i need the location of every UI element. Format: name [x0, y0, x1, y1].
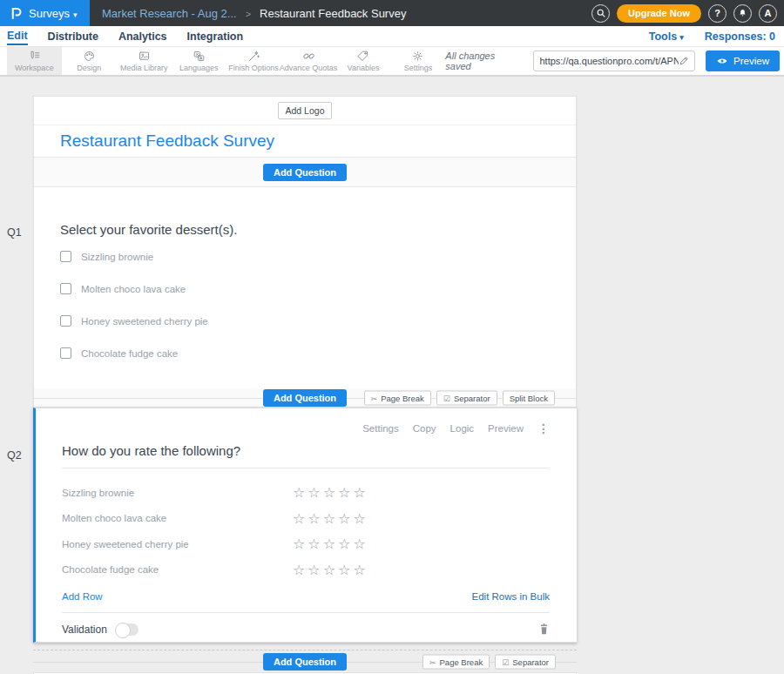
row-actions: Add Row Edit Rows in Bulk — [62, 591, 550, 602]
validation-toggle[interactable] — [116, 623, 139, 636]
checkbox-input[interactable] — [60, 315, 71, 327]
star-icon[interactable] — [353, 562, 365, 578]
upgrade-button[interactable]: Upgrade Now — [617, 4, 701, 23]
star-icon[interactable] — [323, 536, 335, 552]
star-icon[interactable] — [338, 562, 350, 578]
question-preview-link[interactable]: Preview — [488, 423, 524, 434]
star-icon[interactable] — [308, 510, 320, 527]
rating-row: Sizzling brownie — [62, 480, 550, 506]
add-question-button[interactable]: Add Question — [263, 389, 347, 407]
toolbar-item-languages[interactable]: Languages — [172, 47, 226, 75]
toolbar-item-finish-options[interactable]: Finish Options — [226, 47, 281, 75]
checkbox-input[interactable] — [60, 251, 71, 262]
breadcrumb-current: Restaurant Feedback Survey — [260, 7, 406, 20]
page-break-button[interactable]: Page Break — [422, 654, 490, 669]
star-icon[interactable] — [293, 510, 305, 527]
question-logic-link[interactable]: Logic — [450, 423, 475, 434]
rating-row: Molten choco lava cake — [62, 506, 550, 532]
checkbox-input[interactable] — [60, 347, 71, 359]
star-icon[interactable] — [338, 484, 350, 501]
tag-icon — [355, 50, 370, 63]
trash-icon — [538, 623, 550, 636]
star-icon[interactable] — [308, 562, 320, 578]
question-settings-link[interactable]: Settings — [362, 423, 399, 434]
separator-icon — [502, 657, 509, 666]
question-block-q2-selected[interactable]: Settings Copy Logic Preview How do you r… — [33, 408, 577, 643]
add-question-button[interactable]: Add Question — [263, 164, 347, 181]
chain-links-icon — [301, 50, 316, 63]
checkbox-option: Sizzling brownie — [60, 244, 550, 269]
search-button[interactable] — [591, 4, 610, 23]
star-icon[interactable] — [308, 536, 320, 552]
tab-distribute[interactable]: Distribute — [48, 28, 98, 44]
star-rating — [293, 562, 368, 578]
survey-title[interactable]: Restaurant Feedback Survey — [60, 131, 274, 151]
search-icon — [596, 8, 606, 18]
tab-integration[interactable]: Integration — [187, 28, 244, 44]
star-icon[interactable] — [353, 484, 365, 501]
toolbar-item-workspace[interactable]: Workspace — [7, 47, 62, 75]
rating-row: Chocolate fudge cake — [62, 557, 550, 583]
preview-button[interactable]: Preview — [706, 51, 780, 71]
add-logo-button[interactable]: Add Logo — [278, 102, 333, 119]
bell-icon — [738, 8, 747, 18]
star-icon[interactable] — [353, 510, 365, 527]
product-label: Surveys — [29, 7, 78, 20]
star-icon[interactable] — [293, 484, 305, 501]
autosave-status: All changes saved — [445, 51, 523, 71]
product-switcher[interactable]: Surveys — [0, 0, 90, 26]
tabrow-right: Tools Responses: 0 — [649, 30, 777, 43]
separator-button[interactable]: Separator — [436, 390, 497, 405]
star-rating — [293, 484, 368, 501]
wand-icon — [247, 50, 261, 63]
question-number-q1: Q1 — [7, 226, 22, 239]
block-actions: Page Break Separator — [422, 654, 556, 669]
editor-canvas: Q1 Q2 Add Logo Restaurant Feedback Surve… — [0, 77, 784, 674]
separator-button[interactable]: Separator — [495, 654, 556, 669]
block-actions: Page Break Separator Split Block — [364, 390, 555, 405]
translate-icon — [192, 50, 206, 63]
star-icon[interactable] — [323, 510, 335, 527]
toolbar-item-design[interactable]: Design — [62, 47, 117, 75]
star-icon[interactable] — [338, 536, 350, 552]
star-icon[interactable] — [293, 536, 305, 552]
delete-question-button[interactable] — [538, 623, 550, 636]
palette-icon — [82, 50, 97, 63]
add-row-link[interactable]: Add Row — [62, 591, 103, 602]
checkbox-input[interactable] — [60, 283, 71, 294]
star-icon[interactable] — [353, 536, 365, 552]
responses-count[interactable]: Responses: 0 — [705, 30, 775, 43]
tab-analytics[interactable]: Analytics — [118, 28, 167, 44]
tools-menu[interactable]: Tools — [649, 30, 684, 43]
more-options-icon[interactable] — [537, 421, 550, 435]
toolbar-item-advance-quotas[interactable]: Advance Quotas — [281, 47, 336, 75]
star-icon[interactable] — [338, 510, 350, 527]
toolbar-item-settings[interactable]: Settings — [390, 47, 445, 75]
question-text[interactable]: How do you rate the following? — [62, 443, 550, 468]
star-icon[interactable] — [308, 484, 320, 501]
workspace-icon — [27, 50, 42, 63]
split-block-button[interactable]: Split Block — [503, 390, 555, 405]
question-block-q1[interactable]: Select your favorite dessert(s). Sizzlin… — [34, 187, 576, 388]
star-icon[interactable] — [323, 562, 335, 578]
topbar-actions: Upgrade Now ? A — [591, 4, 784, 23]
tab-edit[interactable]: Edit — [7, 27, 28, 45]
caret-down-icon — [677, 30, 684, 43]
question-toolbar: Settings Copy Logic Preview — [62, 408, 550, 435]
help-button[interactable]: ? — [708, 4, 727, 23]
avatar[interactable]: A — [759, 4, 777, 23]
survey-url-input[interactable] — [539, 56, 679, 66]
toolbar-item-variables[interactable]: Variables — [336, 47, 391, 75]
notifications-button[interactable] — [733, 4, 752, 23]
add-question-button[interactable]: Add Question — [263, 653, 347, 671]
scissors-icon — [371, 393, 378, 402]
breadcrumb-parent[interactable]: Market Research - Aug 2... — [102, 7, 237, 20]
question-copy-link[interactable]: Copy — [413, 423, 436, 434]
edit-toolbar: Workspace Design Media Library Languages… — [0, 47, 784, 77]
star-icon[interactable] — [293, 562, 305, 578]
toolbar-item-media-library[interactable]: Media Library — [117, 47, 172, 75]
edit-pencil-icon[interactable] — [679, 56, 689, 66]
edit-rows-bulk-link[interactable]: Edit Rows in Bulk — [472, 591, 550, 602]
star-icon[interactable] — [323, 484, 335, 501]
page-break-button[interactable]: Page Break — [364, 390, 431, 405]
